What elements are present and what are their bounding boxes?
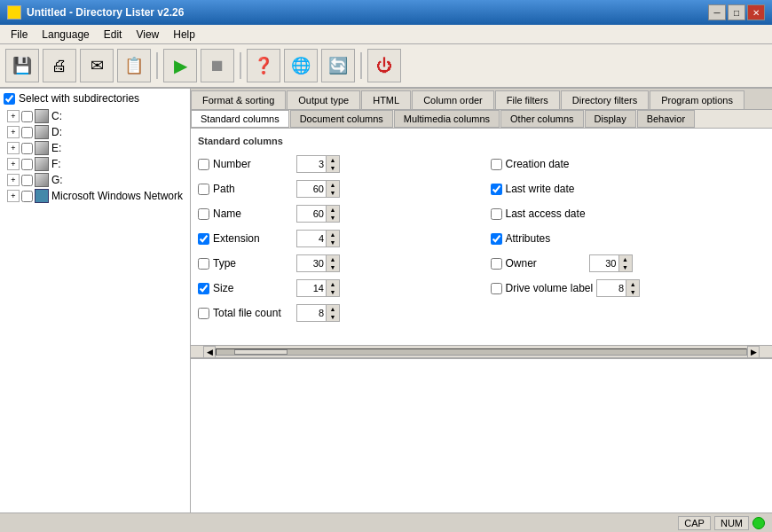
web-button[interactable]: 🌐 [284, 49, 318, 82]
checkbox-extension[interactable] [198, 233, 209, 245]
checkbox-total-file-count[interactable] [198, 308, 209, 319]
email-button[interactable]: ✉ [80, 49, 114, 82]
spinner-down-total-file-count[interactable]: ▼ [327, 313, 339, 321]
checkbox-d[interactable] [21, 127, 33, 138]
checkbox-f[interactable] [21, 159, 33, 170]
tab-column-order[interactable]: Column order [412, 90, 494, 109]
checkbox-creation-date[interactable] [491, 159, 502, 170]
label-e[interactable]: E: [51, 142, 61, 154]
checkbox-number[interactable] [198, 159, 209, 170]
scroll-left-btn[interactable]: ◀ [203, 346, 216, 358]
tab-output-type[interactable]: Output type [287, 90, 360, 109]
expand-e[interactable]: + [7, 142, 20, 154]
maximize-button[interactable]: □ [728, 4, 745, 20]
help-button[interactable]: ❓ [247, 49, 280, 82]
copy-button[interactable]: 📋 [117, 49, 151, 82]
checkbox-drive-volume-label[interactable] [491, 283, 502, 294]
input-name[interactable] [297, 206, 326, 222]
checkbox-network[interactable] [21, 191, 33, 202]
spinner-up-number[interactable]: ▲ [327, 156, 339, 164]
play-button[interactable]: ▶ [163, 49, 197, 82]
spinner-down-number[interactable]: ▼ [327, 164, 339, 172]
input-path[interactable] [297, 181, 326, 197]
horizontal-scrollbar[interactable]: ◀ ▶ [191, 345, 772, 357]
spinner-up-path[interactable]: ▲ [327, 181, 339, 189]
expand-d[interactable]: + [7, 126, 20, 138]
spinner-down-extension[interactable]: ▼ [327, 239, 339, 246]
spinner-down-type[interactable]: ▼ [327, 263, 339, 271]
scroll-right-btn[interactable]: ▶ [747, 346, 760, 358]
menu-edit[interactable]: Edit [97, 27, 130, 43]
spinner-up-total-file-count[interactable]: ▲ [327, 305, 339, 313]
tab-other-columns[interactable]: Other columns [500, 110, 584, 128]
checkbox-last-write-date[interactable] [491, 184, 502, 195]
checkbox-last-access-date[interactable] [491, 208, 502, 220]
tabs-row1: Format & sorting Output type HTML Column… [191, 89, 772, 110]
input-type[interactable] [297, 255, 326, 271]
checkbox-size[interactable] [198, 283, 209, 294]
label-g[interactable]: G: [51, 174, 63, 186]
checkbox-attributes[interactable] [491, 233, 502, 245]
spinner-down-name[interactable]: ▼ [327, 214, 339, 222]
checkbox-owner[interactable] [491, 258, 502, 270]
label-f[interactable]: F: [51, 158, 61, 170]
checkbox-g[interactable] [21, 175, 33, 186]
checkbox-type[interactable] [198, 258, 209, 270]
spinner-up-owner[interactable]: ▲ [619, 255, 632, 263]
input-total-file-count[interactable] [297, 305, 326, 321]
tab-html[interactable]: HTML [361, 90, 411, 109]
checkbox-path[interactable] [198, 184, 209, 195]
tab-directory-filters[interactable]: Directory filters [561, 90, 649, 109]
select-subdirectories-checkbox[interactable] [4, 93, 15, 105]
input-drive-volume-label[interactable] [597, 280, 626, 296]
tab-program-options[interactable]: Program options [650, 90, 744, 109]
expand-f[interactable]: + [7, 158, 20, 170]
save-button[interactable]: 💾 [5, 49, 39, 82]
spinner-up-name[interactable]: ▲ [327, 206, 339, 214]
tab-multimedia-columns[interactable]: Multimedia columns [394, 110, 500, 128]
spinner-total-file-count: ▲ ▼ [296, 304, 340, 322]
tab-display[interactable]: Display [585, 110, 636, 128]
checkbox-e[interactable] [21, 143, 33, 154]
expand-g[interactable]: + [7, 174, 20, 186]
checkbox-name[interactable] [198, 208, 209, 220]
close-button[interactable]: ✕ [747, 4, 765, 20]
scrollbar-thumb[interactable] [234, 349, 288, 355]
stop-button[interactable]: ⏹ [201, 49, 234, 82]
input-number[interactable] [297, 156, 326, 172]
tab-behavior[interactable]: Behavior [637, 110, 695, 128]
spinner-down-owner[interactable]: ▼ [619, 263, 632, 271]
label-d[interactable]: D: [51, 126, 62, 138]
menu-help[interactable]: Help [166, 27, 202, 43]
minimize-button[interactable]: ─ [708, 4, 726, 20]
label-network[interactable]: Microsoft Windows Network [51, 190, 183, 202]
refresh-button[interactable]: 🔄 [321, 49, 355, 82]
menu-language[interactable]: Language [35, 27, 96, 43]
label-c[interactable]: C: [51, 110, 62, 122]
tab-format-sorting[interactable]: Format & sorting [191, 90, 286, 109]
tab-file-filters[interactable]: File filters [495, 90, 560, 109]
checkbox-c[interactable] [21, 111, 33, 122]
menu-view[interactable]: View [129, 27, 166, 43]
tab-standard-columns[interactable]: Standard columns [191, 110, 289, 128]
expand-c[interactable]: + [7, 110, 20, 122]
spinner-down-path[interactable]: ▼ [327, 189, 339, 197]
spinner-up-size[interactable]: ▲ [327, 280, 339, 288]
power-button[interactable]: ⏻ [367, 49, 401, 82]
tab-document-columns[interactable]: Document columns [290, 110, 393, 128]
menu-file[interactable]: File [4, 27, 35, 43]
input-extension[interactable] [297, 231, 326, 246]
col-drive-volume-label: Drive volume label ▲ ▼ [491, 278, 766, 299]
toolbar-separator [156, 52, 158, 79]
spinner-down-drive-volume-label[interactable]: ▼ [626, 288, 639, 296]
expand-network[interactable]: + [7, 190, 20, 202]
spinner-down-size[interactable]: ▼ [327, 288, 339, 296]
tabs-row2: Standard columns Document columns Multim… [191, 110, 772, 129]
input-owner[interactable] [590, 255, 618, 271]
spinner-up-extension[interactable]: ▲ [327, 231, 339, 239]
print-button[interactable]: 🖨 [43, 49, 76, 82]
scrollbar-track[interactable] [216, 348, 747, 356]
spinner-up-drive-volume-label[interactable]: ▲ [626, 280, 639, 288]
spinner-up-type[interactable]: ▲ [327, 255, 339, 263]
input-size[interactable] [297, 280, 326, 296]
